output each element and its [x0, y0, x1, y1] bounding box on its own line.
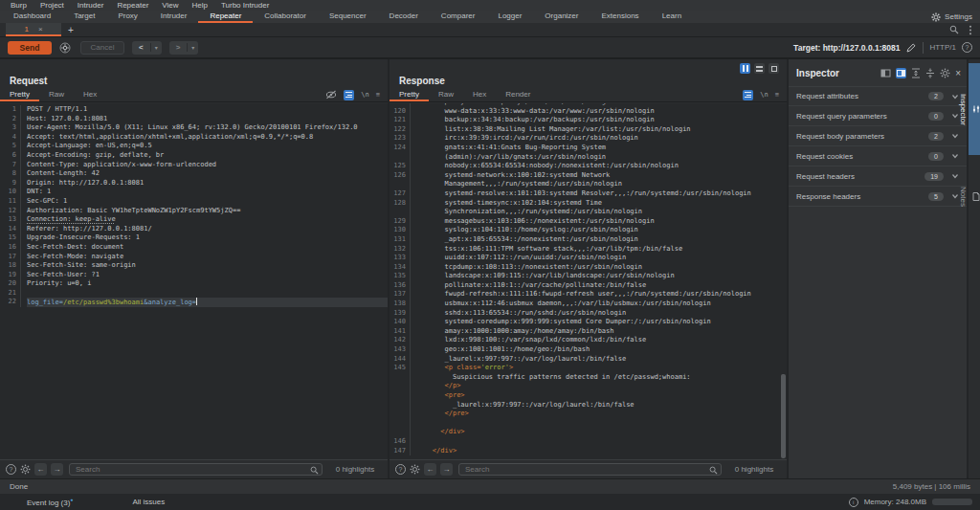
search-icon[interactable] — [949, 25, 959, 34]
send-button[interactable]: Send — [8, 41, 52, 55]
code-line[interactable]: 135 landscape:x:109:115::/var/lib/landsc… — [390, 272, 787, 281]
edit-target-pencil-icon[interactable] — [905, 42, 917, 54]
search-settings-gear-icon[interactable] — [410, 464, 420, 475]
code-line[interactable]: 17Sec-Fetch-Mode: navigate — [0, 253, 388, 262]
close-tab-icon[interactable]: × — [38, 25, 43, 33]
code-line[interactable]: 20Priority: u=0, i — [0, 279, 388, 289]
forward-dropdown-caret-icon[interactable]: ▾ — [188, 44, 198, 51]
code-line[interactable]: 122 list:x:38:38:Mailing List Manager:/v… — [390, 125, 787, 135]
code-line[interactable]: (admin):/var/lib/gnats:/usr/sbin/nologin — [390, 153, 787, 163]
code-line[interactable]: 132 tss:x:106:111:TPM software stack,,,:… — [390, 245, 787, 255]
tab-learn[interactable]: Learn — [651, 11, 693, 23]
back-dropdown-caret-icon[interactable]: ▾ — [151, 44, 162, 51]
menu-help[interactable]: Help — [186, 1, 214, 10]
next-match-button[interactable]: → — [440, 463, 453, 476]
settings-gear-icon[interactable] — [931, 12, 941, 22]
code-line[interactable]: 9Origin: http://127.0.0.1:8081 — [0, 179, 388, 188]
menu-turbo-intruder[interactable]: Turbo Intruder — [214, 1, 276, 10]
code-line[interactable]: 7Content-Type: application/x-www-form-ur… — [0, 161, 388, 170]
menu-intruder[interactable]: Intruder — [71, 1, 111, 10]
side-tab-inspector[interactable]: Inspector — [969, 63, 980, 155]
inspector-section-request-cookies[interactable]: Request cookies0 — [789, 146, 967, 166]
code-line[interactable]: 121 backup:x:34:34:backup:/var/backups:/… — [390, 116, 787, 125]
code-line[interactable]: 11Sec-GPC: 1 — [0, 197, 388, 207]
more-options-icon[interactable] — [969, 25, 972, 35]
code-line[interactable]: 18Sec-Fetch-Site: same-origin — [0, 261, 388, 271]
code-line[interactable]: 15Upgrade-Insecure-Requests: 1 — [0, 233, 388, 243]
forward-arrow[interactable]: > — [169, 43, 189, 52]
show-newlines-icon[interactable]: \n — [760, 91, 768, 99]
inspector-section-request-body-parameters[interactable]: Request body parameters2 — [789, 126, 967, 146]
code-line[interactable]: 138 usbmux:x:112:46:usbmux daemon,,,:/va… — [390, 299, 787, 309]
back-arrow[interactable]: < — [132, 43, 151, 52]
code-line[interactable]: 21 — [0, 289, 388, 299]
dock-left-icon[interactable] — [880, 68, 891, 78]
code-line[interactable]: 136 pollinate:x:110:1::/var/cache/pollin… — [390, 281, 787, 291]
inspector-section-request-query-parameters[interactable]: Request query parameters0 — [789, 106, 967, 126]
tab-target[interactable]: Target — [62, 11, 106, 23]
code-line[interactable]: 3User-Agent: Mozilla/5.0 (X11; Linux x86… — [0, 123, 388, 133]
previous-match-button[interactable]: ← — [424, 463, 436, 476]
tab-logger[interactable]: Logger — [486, 11, 533, 23]
code-line[interactable]: 12Authorization: Basic YW1heTpteWNoZW1pY… — [0, 207, 388, 216]
http-version-select[interactable]: HTTP/1 — [929, 43, 956, 52]
inspector-settings-gear-icon[interactable] — [940, 68, 950, 78]
code-line[interactable]: <pre> — [390, 391, 787, 401]
code-line[interactable]: 123 irc:x:39:39:ircd:/var/run/ircd:/usr/… — [390, 134, 787, 144]
code-line[interactable]: 145 <p class='error'> — [390, 364, 787, 373]
search-help-icon[interactable]: ? — [6, 464, 16, 475]
inspector-section-request-attributes[interactable]: Request attributes2 — [789, 86, 967, 106]
search-settings-gear-icon[interactable] — [20, 464, 31, 475]
hide-nonprinting-eye-icon[interactable] — [325, 90, 337, 100]
code-line[interactable]: 129 messagebus:x:103:106::/nonexistent:/… — [390, 217, 787, 227]
request-tab-pretty[interactable]: Pretty — [0, 88, 39, 101]
help-icon[interactable]: ? — [962, 42, 972, 53]
code-line[interactable]: 139 sshd:x:113:65534::/run/sshd:/usr/sbi… — [390, 309, 787, 319]
code-line[interactable]: 125 nobody:x:65534:65534:nobody:/nonexis… — [390, 162, 787, 171]
rows-layout-icon[interactable] — [754, 63, 765, 74]
code-line[interactable]: 120 www-data:x:33:33:www-data:/var/www:/… — [390, 107, 787, 117]
tab-decoder[interactable]: Decoder — [378, 11, 430, 23]
response-editor[interactable]: 119 proxy:x:13:13:proxy:/bin:/usr/sbin/n… — [390, 103, 787, 459]
side-tab-notes[interactable]: Notes — [969, 166, 980, 226]
code-line[interactable]: 146 — [390, 437, 787, 447]
response-tab-render[interactable]: Render — [496, 88, 540, 101]
menu-repeater[interactable]: Repeater — [110, 1, 155, 10]
menu-burp[interactable]: Burp — [4, 1, 33, 10]
tab-intruder[interactable]: Intruder — [149, 11, 199, 23]
tab-collaborator[interactable]: Collaborator — [253, 11, 318, 23]
collapse-all-icon[interactable] — [925, 68, 935, 78]
dock-right-icon[interactable] — [896, 68, 906, 78]
menu-view[interactable]: View — [155, 1, 185, 10]
response-tab-raw[interactable]: Raw — [429, 88, 463, 101]
code-line[interactable]: 4Accept: text/html,application/xhtml+xml… — [0, 133, 388, 143]
single-layout-icon[interactable] — [768, 63, 779, 74]
response-tab-hex[interactable]: Hex — [463, 88, 496, 101]
tab-dashboard[interactable]: Dashboard — [2, 11, 62, 23]
tab-sequencer[interactable]: Sequencer — [318, 11, 378, 23]
tab-comparer[interactable]: Comparer — [430, 11, 487, 23]
code-line[interactable]: _laurel:x:997:997::/var/log/laurel:/bin/… — [390, 401, 787, 410]
event-log-button[interactable]: Event log (3)● — [27, 497, 73, 507]
code-line[interactable]: 5Accept-Language: en-US,en;q=0.5 — [0, 142, 388, 151]
code-line[interactable]: 143 geo:x:1001:1001::/home/geo:/bin/bash — [390, 345, 787, 355]
code-line[interactable]: 127 systemd-resolve:x:101:103:systemd Re… — [390, 189, 787, 199]
code-line[interactable]: 10DNT: 1 — [0, 188, 388, 197]
next-match-button[interactable]: → — [51, 463, 63, 476]
search-help-icon[interactable]: ? — [395, 464, 406, 475]
response-tab-pretty[interactable]: Pretty — [390, 88, 429, 101]
columns-layout-icon[interactable] — [740, 63, 750, 74]
cancel-button[interactable]: Cancel — [80, 41, 124, 55]
inspector-section-response-headers[interactable]: Response headers5 — [789, 187, 967, 207]
expand-all-icon[interactable] — [911, 68, 921, 78]
show-newlines-icon[interactable]: \n — [361, 91, 368, 99]
tab-extensions[interactable]: Extensions — [590, 11, 650, 23]
request-search-input[interactable] — [69, 463, 323, 476]
syntax-highlight-icon[interactable] — [743, 90, 753, 100]
code-line[interactable]: </p> — [390, 382, 787, 391]
code-line[interactable]: 14Referer: http://127.0.0.1:8081/ — [0, 225, 388, 234]
tab-repeater[interactable]: Repeater — [198, 11, 253, 23]
code-line[interactable]: Management,,,:/run/systemd:/usr/sbin/nol… — [390, 180, 787, 189]
code-line[interactable]: 1POST / HTTP/1.1 — [0, 105, 388, 115]
code-line[interactable]: </div> — [390, 428, 787, 437]
